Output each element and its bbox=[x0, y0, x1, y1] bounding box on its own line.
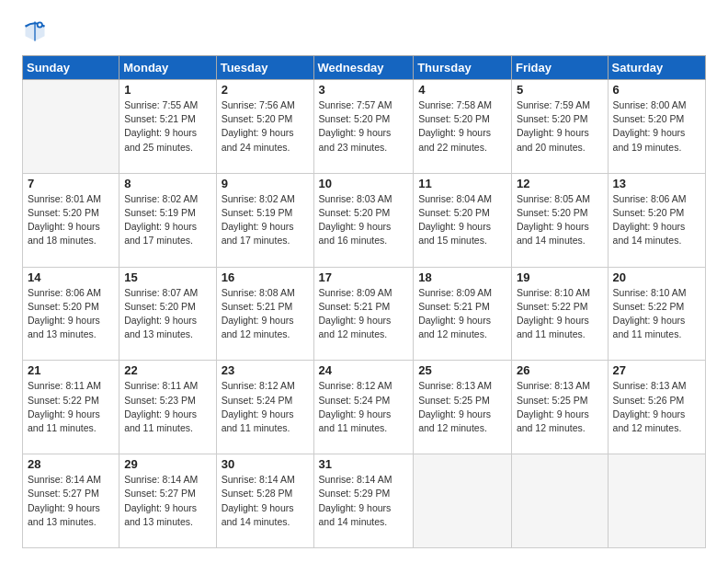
day-number: 14 bbox=[28, 270, 114, 284]
calendar-cell: 2Sunrise: 7:56 AMSunset: 5:20 PMDaylight… bbox=[216, 80, 313, 174]
day-number: 15 bbox=[124, 270, 210, 284]
cell-line: Daylight: 9 hours bbox=[222, 314, 309, 327]
cell-line: Sunset: 5:23 PM bbox=[124, 394, 210, 408]
calendar-week-3: 14Sunrise: 8:06 AMSunset: 5:20 PMDayligh… bbox=[23, 267, 706, 361]
cell-line: Sunset: 5:24 PM bbox=[222, 394, 309, 408]
cell-line: Sunset: 5:20 PM bbox=[418, 112, 506, 126]
cell-line: and 20 minutes. bbox=[517, 141, 603, 155]
cell-line: Sunrise: 8:11 AM bbox=[28, 379, 114, 393]
calendar-cell: 3Sunrise: 7:57 AMSunset: 5:20 PMDaylight… bbox=[313, 80, 414, 174]
day-number: 22 bbox=[124, 363, 210, 377]
cell-line: Daylight: 9 hours bbox=[517, 126, 603, 140]
cell-line: Sunset: 5:27 PM bbox=[28, 487, 114, 500]
cell-line: Sunset: 5:21 PM bbox=[124, 112, 210, 126]
cell-line: and 14 minutes. bbox=[319, 515, 409, 529]
cell-line: and 12 minutes. bbox=[319, 327, 409, 341]
cell-line: Sunset: 5:20 PM bbox=[613, 206, 700, 220]
calendar-cell: 23Sunrise: 8:12 AMSunset: 5:24 PMDayligh… bbox=[216, 361, 313, 454]
calendar-cell: 13Sunrise: 8:06 AMSunset: 5:20 PMDayligh… bbox=[608, 173, 705, 267]
weekday-header-sunday: Sunday bbox=[23, 56, 119, 80]
cell-line: and 12 minutes. bbox=[517, 421, 603, 435]
cell-line: Daylight: 9 hours bbox=[418, 408, 506, 421]
day-number: 2 bbox=[222, 83, 309, 97]
cell-line: Sunset: 5:20 PM bbox=[124, 300, 210, 314]
day-number: 12 bbox=[517, 177, 603, 190]
calendar-cell: 8Sunrise: 8:02 AMSunset: 5:19 PMDaylight… bbox=[119, 173, 216, 267]
cell-line: Sunrise: 8:00 AM bbox=[613, 98, 700, 112]
calendar-week-4: 21Sunrise: 8:11 AMSunset: 5:22 PMDayligh… bbox=[23, 361, 706, 454]
cell-line: Daylight: 9 hours bbox=[28, 501, 114, 515]
cell-line: Sunset: 5:20 PM bbox=[418, 206, 506, 220]
cell-line: Sunset: 5:25 PM bbox=[418, 394, 506, 408]
cell-line: and 16 minutes. bbox=[319, 234, 409, 247]
day-number: 26 bbox=[517, 363, 603, 377]
calendar-cell: 31Sunrise: 8:14 AMSunset: 5:29 PMDayligh… bbox=[313, 454, 414, 548]
cell-line: Daylight: 9 hours bbox=[613, 126, 700, 140]
cell-line: and 17 minutes. bbox=[124, 234, 210, 247]
cell-line: Sunrise: 8:06 AM bbox=[28, 286, 114, 300]
calendar-cell: 28Sunrise: 8:14 AMSunset: 5:27 PMDayligh… bbox=[23, 454, 119, 548]
calendar-cell bbox=[608, 454, 705, 548]
cell-line: Daylight: 9 hours bbox=[319, 126, 409, 140]
calendar-cell: 1Sunrise: 7:55 AMSunset: 5:21 PMDaylight… bbox=[119, 80, 216, 174]
logo bbox=[22, 18, 51, 44]
cell-line: Sunrise: 8:07 AM bbox=[124, 286, 210, 300]
day-number: 31 bbox=[319, 457, 409, 471]
cell-line: Sunrise: 8:03 AM bbox=[319, 192, 409, 206]
cell-line: Daylight: 9 hours bbox=[613, 408, 700, 421]
svg-point-3 bbox=[39, 23, 42, 27]
calendar-cell: 9Sunrise: 8:02 AMSunset: 5:19 PMDaylight… bbox=[216, 173, 313, 267]
cell-line: and 12 minutes. bbox=[418, 327, 506, 341]
cell-line: and 25 minutes. bbox=[124, 141, 210, 155]
cell-line: Sunrise: 8:05 AM bbox=[517, 192, 603, 206]
cell-line: Daylight: 9 hours bbox=[124, 408, 210, 421]
page: SundayMondayTuesdayWednesdayThursdayFrid… bbox=[0, 0, 728, 563]
cell-line: Sunset: 5:29 PM bbox=[319, 487, 409, 500]
cell-line: Sunrise: 7:58 AM bbox=[418, 98, 506, 112]
cell-line: Sunrise: 8:12 AM bbox=[319, 379, 409, 393]
cell-line: Daylight: 9 hours bbox=[613, 314, 700, 327]
calendar-cell: 21Sunrise: 8:11 AMSunset: 5:22 PMDayligh… bbox=[23, 361, 119, 454]
calendar-cell: 25Sunrise: 8:13 AMSunset: 5:25 PMDayligh… bbox=[414, 361, 512, 454]
cell-line: Daylight: 9 hours bbox=[319, 314, 409, 327]
calendar-cell: 10Sunrise: 8:03 AMSunset: 5:20 PMDayligh… bbox=[313, 173, 414, 267]
cell-line: Sunset: 5:20 PM bbox=[222, 112, 309, 126]
cell-line: Sunset: 5:20 PM bbox=[319, 206, 409, 220]
cell-line: Sunset: 5:20 PM bbox=[517, 206, 603, 220]
day-number: 10 bbox=[319, 177, 409, 190]
cell-line: and 11 minutes. bbox=[28, 421, 114, 435]
cell-line: Sunset: 5:25 PM bbox=[517, 394, 603, 408]
cell-line: Sunset: 5:24 PM bbox=[319, 394, 409, 408]
cell-line: Daylight: 9 hours bbox=[28, 408, 114, 421]
cell-line: Sunrise: 8:14 AM bbox=[124, 473, 210, 487]
day-number: 8 bbox=[124, 177, 210, 190]
cell-line: Sunset: 5:22 PM bbox=[517, 300, 603, 314]
weekday-header-tuesday: Tuesday bbox=[216, 56, 313, 80]
calendar-cell: 15Sunrise: 8:07 AMSunset: 5:20 PMDayligh… bbox=[119, 267, 216, 361]
cell-line: and 11 minutes. bbox=[517, 327, 603, 341]
cell-line: Sunset: 5:22 PM bbox=[613, 300, 700, 314]
weekday-header-wednesday: Wednesday bbox=[313, 56, 414, 80]
calendar-cell: 16Sunrise: 8:08 AMSunset: 5:21 PMDayligh… bbox=[216, 267, 313, 361]
day-number: 27 bbox=[613, 363, 700, 377]
calendar-cell: 19Sunrise: 8:10 AMSunset: 5:22 PMDayligh… bbox=[511, 267, 608, 361]
cell-line: Sunrise: 8:09 AM bbox=[418, 286, 506, 300]
calendar-cell: 6Sunrise: 8:00 AMSunset: 5:20 PMDaylight… bbox=[608, 80, 705, 174]
day-number: 20 bbox=[613, 270, 700, 284]
cell-line: and 12 minutes. bbox=[418, 421, 506, 435]
cell-line: Daylight: 9 hours bbox=[222, 408, 309, 421]
cell-line: Daylight: 9 hours bbox=[28, 314, 114, 327]
calendar-week-1: 1Sunrise: 7:55 AMSunset: 5:21 PMDaylight… bbox=[23, 80, 706, 174]
cell-line: Sunrise: 8:02 AM bbox=[124, 192, 210, 206]
cell-line: Daylight: 9 hours bbox=[222, 220, 309, 234]
cell-line: Daylight: 9 hours bbox=[418, 314, 506, 327]
day-number: 29 bbox=[124, 457, 210, 471]
header bbox=[22, 18, 706, 44]
cell-line: Sunset: 5:19 PM bbox=[124, 206, 210, 220]
cell-line: Daylight: 9 hours bbox=[319, 501, 409, 515]
cell-line: Sunrise: 8:06 AM bbox=[613, 192, 700, 206]
cell-line: and 17 minutes. bbox=[222, 234, 309, 247]
calendar-cell: 20Sunrise: 8:10 AMSunset: 5:22 PMDayligh… bbox=[608, 267, 705, 361]
cell-line: Sunset: 5:20 PM bbox=[613, 112, 700, 126]
cell-line: and 12 minutes. bbox=[222, 327, 309, 341]
